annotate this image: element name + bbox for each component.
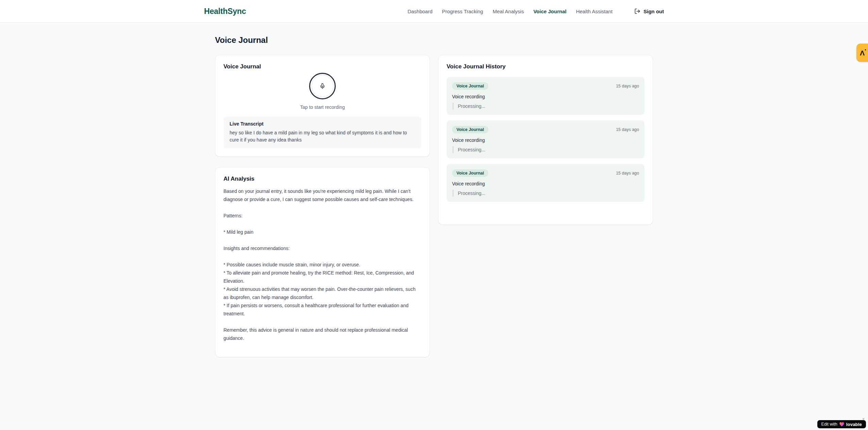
history-item-timestamp: 15 days ago <box>616 171 639 176</box>
history-item-badge: Voice Journal <box>452 82 488 90</box>
live-transcript-text: hey so like I do have a mild pain in my … <box>230 129 415 144</box>
history-item-badge: Voice Journal <box>452 169 488 177</box>
brand-logo[interactable]: HealthSync <box>204 7 246 16</box>
history-item[interactable]: Voice Journal 15 days ago Voice recordin… <box>447 164 645 202</box>
altan-logo-icon: Λ <box>860 49 865 56</box>
microphone-icon <box>319 82 326 90</box>
history-item-status: Processing... <box>453 103 639 110</box>
main-nav: Dashboard Progress Tracking Meal Analysi… <box>407 8 664 14</box>
ai-analysis-card: AI Analysis Based on your journal entry,… <box>215 167 430 357</box>
nav-item-meal-analysis[interactable]: Meal Analysis <box>493 9 524 14</box>
ai-analysis-body: Based on your journal entry, it sounds l… <box>223 187 421 342</box>
record-button[interactable] <box>309 73 336 99</box>
live-transcript-box: Live Transcript hey so like I do have a … <box>223 116 421 148</box>
history-card-title: Voice Journal History <box>447 63 645 70</box>
lovable-brand-label: lovable <box>846 422 862 427</box>
top-navigation-bar: HealthSync Dashboard Progress Tracking M… <box>0 0 868 23</box>
history-item-label: Voice recording <box>452 137 639 143</box>
tap-to-record-hint: Tap to start recording <box>223 104 421 110</box>
history-item-label: Voice recording <box>452 94 639 99</box>
nav-item-progress-tracking[interactable]: Progress Tracking <box>442 9 483 14</box>
recorder-card-title: Voice Journal <box>223 63 421 70</box>
history-item-timestamp: 15 days ago <box>616 84 639 88</box>
ai-analysis-title: AI Analysis <box>223 176 421 182</box>
right-column: Voice Journal History Voice Journal 15 d… <box>438 55 653 225</box>
sign-out-label: Sign out <box>644 9 664 14</box>
lovable-heart-icon <box>839 422 844 427</box>
history-item-timestamp: 15 days ago <box>616 127 639 132</box>
left-column: Voice Journal Tap to start recording <box>215 55 430 357</box>
live-transcript-title: Live Transcript <box>230 121 415 127</box>
nav-item-health-assistant[interactable]: Health Assistant <box>576 9 613 14</box>
sign-out-button[interactable]: Sign out <box>634 8 664 14</box>
history-item-status: Processing... <box>453 146 639 153</box>
logout-icon <box>634 8 640 14</box>
history-item[interactable]: Voice Journal 15 days ago Voice recordin… <box>447 77 645 115</box>
edit-with-label: Edit with <box>821 422 837 427</box>
history-item-status: Processing... <box>453 190 639 197</box>
page-title: Voice Journal <box>215 35 653 45</box>
nav-item-voice-journal[interactable]: Voice Journal <box>533 9 566 14</box>
voice-journal-history-card: Voice Journal History Voice Journal 15 d… <box>438 55 653 225</box>
history-item[interactable]: Voice Journal 15 days ago Voice recordin… <box>447 120 645 159</box>
history-item-label: Voice recording <box>452 181 639 186</box>
main-content: Voice Journal Voice Journal <box>215 23 653 357</box>
voice-journal-recorder-card: Voice Journal Tap to start recording <box>215 55 430 157</box>
side-panel-tab-button[interactable]: Λ <box>856 44 868 62</box>
edit-with-lovable-badge[interactable]: Edit with lovable × <box>817 420 866 428</box>
history-item-badge: Voice Journal <box>452 126 488 133</box>
history-list: Voice Journal 15 days ago Voice recordin… <box>447 77 645 202</box>
nav-item-dashboard[interactable]: Dashboard <box>407 9 432 14</box>
close-icon[interactable]: × <box>862 417 865 421</box>
